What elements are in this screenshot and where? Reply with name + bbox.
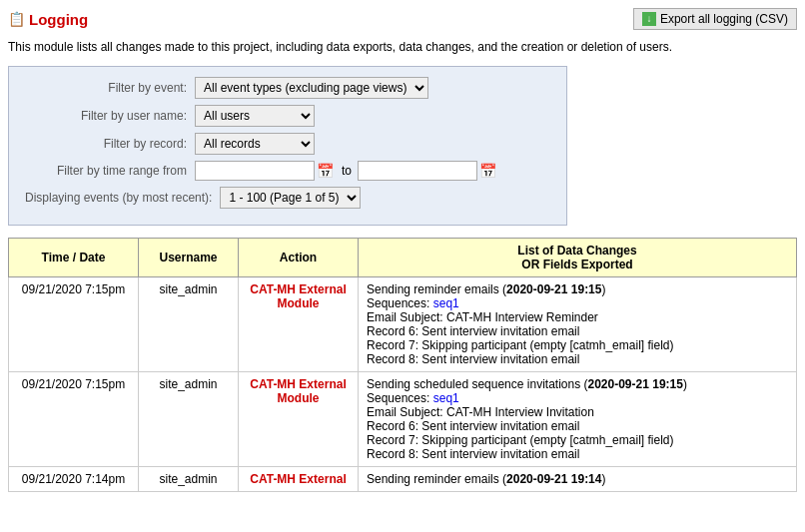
cell-time: 09/21/2020 7:15pm <box>9 277 139 372</box>
log-table: Time / Date Username Action List of Data… <box>8 238 797 492</box>
calendar-to-button[interactable]: 📅 <box>477 163 498 179</box>
filter-display-label: Displaying events (by most recent): <box>25 191 220 205</box>
action-text: CAT-MH External Module <box>250 282 346 310</box>
table-row: 09/21/2020 7:15pmsite_adminCAT-MH Extern… <box>9 277 797 372</box>
sequence-link[interactable]: seq1 <box>433 296 459 310</box>
cell-changes: Sending reminder emails (2020-09-21 19:1… <box>359 277 797 372</box>
col-header-username: Username <box>139 239 239 277</box>
page-header: 📋 Logging ↓ Export all logging (CSV) <box>8 8 797 30</box>
filter-timerange-label: Filter by time range from <box>25 164 195 178</box>
export-csv-button[interactable]: ↓ Export all logging (CSV) <box>633 8 797 30</box>
csv-icon: ↓ <box>642 12 656 26</box>
filter-display-row: Displaying events (by most recent): 1 - … <box>25 187 550 209</box>
col-header-changes: List of Data ChangesOR Fields Exported <box>359 239 797 277</box>
filter-username-select[interactable]: All users <box>195 105 315 127</box>
cell-time: 09/21/2020 7:14pm <box>9 467 139 492</box>
col-header-time: Time / Date <box>9 239 139 277</box>
cell-changes: Sending reminder emails (2020-09-21 19:1… <box>359 467 797 492</box>
filter-record-select[interactable]: All records <box>195 133 315 155</box>
cell-action: CAT-MH External <box>239 467 359 492</box>
page-description: This module lists all changes made to th… <box>8 38 797 56</box>
cell-action: CAT-MH External Module <box>239 372 359 467</box>
log-table-container: Time / Date Username Action List of Data… <box>8 238 797 492</box>
title-text: Logging <box>29 11 88 28</box>
export-btn-label: Export all logging (CSV) <box>660 12 788 26</box>
filter-event-label: Filter by event: <box>25 81 195 95</box>
cell-username: site_admin <box>139 467 239 492</box>
table-row: 09/21/2020 7:14pmsite_adminCAT-MH Extern… <box>9 467 797 492</box>
filter-timerange-row: Filter by time range from 📅 to 📅 <box>25 161 550 181</box>
cell-changes: Sending scheduled sequence invitations (… <box>359 372 797 467</box>
filter-timerange-to[interactable] <box>358 161 477 181</box>
page-title: 📋 Logging <box>8 11 88 28</box>
to-label: to <box>342 164 352 178</box>
calendar-from-button[interactable]: 📅 <box>315 163 336 179</box>
filter-event-select[interactable]: All event types (excluding page views) <box>195 77 428 99</box>
filter-event-row: Filter by event: All event types (exclud… <box>25 77 550 99</box>
action-text: CAT-MH External Module <box>250 377 346 405</box>
filter-record-row: Filter by record: All records <box>25 133 550 155</box>
filter-display-select[interactable]: 1 - 100 (Page 1 of 5) <box>220 187 361 209</box>
col-header-action: Action <box>239 239 359 277</box>
cell-username: site_admin <box>139 372 239 467</box>
logging-icon: 📋 <box>8 11 25 27</box>
filter-panel: Filter by event: All event types (exclud… <box>8 66 567 226</box>
cell-time: 09/21/2020 7:15pm <box>9 372 139 467</box>
filter-username-label: Filter by user name: <box>25 109 195 123</box>
cell-action: CAT-MH External Module <box>239 277 359 372</box>
sequence-link[interactable]: seq1 <box>433 391 459 405</box>
cell-username: site_admin <box>139 277 239 372</box>
table-header-row: Time / Date Username Action List of Data… <box>9 239 797 277</box>
filter-record-label: Filter by record: <box>25 137 195 151</box>
filter-username-row: Filter by user name: All users <box>25 105 550 127</box>
table-row: 09/21/2020 7:15pmsite_adminCAT-MH Extern… <box>9 372 797 467</box>
filter-timerange-from[interactable] <box>195 161 315 181</box>
action-text: CAT-MH External <box>250 472 346 486</box>
